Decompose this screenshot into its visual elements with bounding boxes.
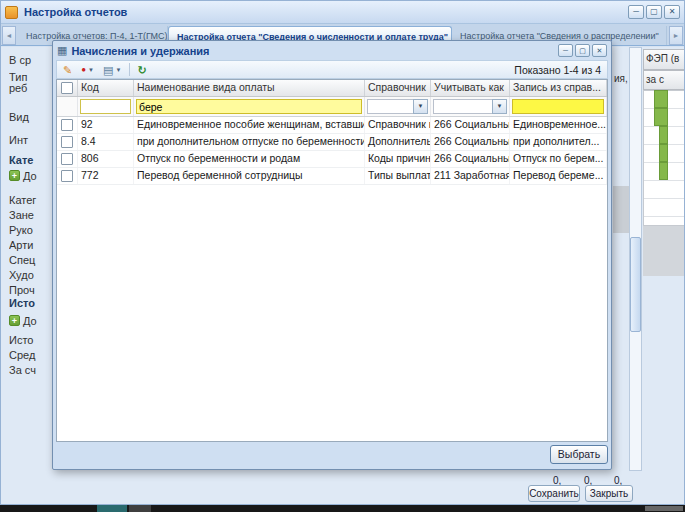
taskbar-item <box>97 505 127 512</box>
column-header-account[interactable]: Учитывать как <box>431 80 510 96</box>
form-label: В ср <box>9 54 53 67</box>
table-header: Код Наименование вида оплаты Справочник … <box>57 80 607 97</box>
form-label: Спец <box>9 254 53 267</box>
dialog-close-button[interactable]: ✕ <box>592 44 607 57</box>
cell-account: 266 Социальные ... <box>431 134 510 150</box>
save-button[interactable]: Сохранить <box>528 485 580 502</box>
filter-account-select[interactable]: ▼ <box>433 99 507 114</box>
add-link[interactable]: + До <box>9 169 53 182</box>
column-header-code[interactable]: Код <box>78 80 134 96</box>
form-label: реб <box>9 82 53 95</box>
export-button[interactable]: ▤ ▼ <box>99 62 125 78</box>
close-button[interactable]: ✕ <box>664 5 680 19</box>
form-label: Катег <box>9 194 53 207</box>
select-button[interactable]: Выбрать <box>550 445 608 464</box>
filter-row: ▼ ▼ <box>57 97 607 117</box>
scrollbar-thumb[interactable] <box>630 237 641 332</box>
form-label: Исто <box>9 334 53 347</box>
table-row[interactable]: 772 Перевод беременной сотрудницы Типы в… <box>57 168 607 185</box>
select-all-checkbox[interactable] <box>61 82 73 94</box>
dialog-minimize-button[interactable]: ─ <box>558 44 573 57</box>
row-checkbox[interactable] <box>61 119 73 131</box>
cell-reference: Дополнительные ... <box>365 134 431 150</box>
tab-scroll-left-button[interactable]: ◄ <box>2 26 16 45</box>
form-label: Руко <box>9 224 53 237</box>
edit-button[interactable]: ✎ <box>59 62 76 78</box>
dialog-footer: Выбрать <box>56 442 608 466</box>
cell-account: 266 Социальные ... <box>431 151 510 167</box>
cell-name: Перевод беременной сотрудницы <box>134 168 365 184</box>
dropdown-icon[interactable]: ▼ <box>492 99 507 114</box>
green-cell <box>654 108 668 126</box>
app-icon <box>5 6 18 19</box>
dialog-maximize-button[interactable]: ▢ <box>575 44 590 57</box>
form-label: Худо <box>9 269 53 282</box>
filter-account-input[interactable] <box>433 99 492 114</box>
section-label: Кате <box>9 154 53 167</box>
column-subheader: за с <box>643 70 684 90</box>
export-icon: ▤ <box>103 63 113 77</box>
form-label: Сред <box>9 349 53 362</box>
form-label: Зане <box>9 209 53 222</box>
add-link[interactable]: + До <box>9 314 53 327</box>
cell-record: при дополнител... <box>510 134 607 150</box>
cell-code: 772 <box>78 168 134 184</box>
green-cell <box>659 162 668 180</box>
cell-name: при дополнительном отпуске по беременнос… <box>134 134 365 150</box>
form-label: Арти <box>9 239 53 252</box>
tab-scroll-right-button[interactable]: ► <box>669 26 683 45</box>
refresh-button[interactable]: ↻ <box>133 62 150 78</box>
filter-record-input[interactable] <box>512 99 604 114</box>
cell-reference: Типы выплат по ... <box>365 168 431 184</box>
add-button[interactable]: ● ▼ <box>77 62 98 78</box>
toolbar-separator <box>129 63 130 76</box>
refresh-icon: ↻ <box>137 63 146 77</box>
form-label: За сч <box>9 364 53 377</box>
row-checkbox[interactable] <box>61 136 73 148</box>
cell-reference: Справочник вид... <box>365 117 431 133</box>
cell-record: Единовременное... <box>510 117 607 133</box>
cell-record: Отпуск по берем... <box>510 151 607 167</box>
cell-code: 806 <box>78 151 134 167</box>
accruals-dialog: ▦ Начисления и удержания ─ ▢ ✕ ✎ ● ▼ ▤ ▼… <box>52 40 612 470</box>
cell-code: 92 <box>78 117 134 133</box>
taskbar-item <box>129 505 151 512</box>
table-row[interactable]: 8.4 при дополнительном отпуске по береме… <box>57 134 607 151</box>
form-close-button[interactable]: Закрыть <box>585 485 633 502</box>
form-label: Инт <box>9 134 53 147</box>
row-checkbox[interactable] <box>61 153 73 165</box>
cell-account: 211 Заработная ... <box>431 168 510 184</box>
table-row[interactable]: 806 Отпуск по беременности и родам Коды … <box>57 151 607 168</box>
dialog-toolbar: ✎ ● ▼ ▤ ▼ ↻ Показано 1-4 из 4 <box>56 60 608 79</box>
maximize-button[interactable]: ▢ <box>646 5 662 19</box>
column-header-reference[interactable]: Справочник <box>365 80 431 96</box>
add-link-label: До <box>23 315 37 327</box>
green-cell <box>659 144 668 162</box>
background-panel <box>643 226 684 276</box>
cell-code: 8.4 <box>78 134 134 150</box>
filter-reference-input[interactable] <box>367 99 413 114</box>
minimize-button[interactable]: ─ <box>628 5 644 19</box>
dialog-title: Начисления и удержания <box>71 45 209 57</box>
background-panel <box>613 186 629 233</box>
filter-name-input[interactable] <box>136 99 362 114</box>
taskbar-item <box>645 506 683 511</box>
section-label: Исто <box>9 297 53 310</box>
window-titlebar: Настройка отчетов ─ ▢ ✕ <box>1 1 684 24</box>
row-checkbox[interactable] <box>61 170 73 182</box>
cell-reference: Коды причины н... <box>365 151 431 167</box>
column-header-name[interactable]: Наименование вида оплаты <box>134 80 365 96</box>
clipped-column-header: ия, <box>614 73 629 85</box>
column-header-record[interactable]: Запись из справ... <box>510 80 607 96</box>
green-cell <box>654 90 668 108</box>
vertical-scrollbar[interactable] <box>629 47 642 471</box>
taskbar <box>0 505 685 512</box>
grid-icon: ▦ <box>57 45 67 56</box>
cell-name: Отпуск по беременности и родам <box>134 151 365 167</box>
table-row[interactable]: 92 Единовременное пособие женщинам, вста… <box>57 117 607 134</box>
dialog-titlebar: ▦ Начисления и удержания ─ ▢ ✕ <box>53 41 611 60</box>
dropdown-icon[interactable]: ▼ <box>413 99 428 114</box>
filter-reference-select[interactable]: ▼ <box>367 99 428 114</box>
filter-code-input[interactable] <box>80 99 131 114</box>
add-icon: + <box>9 315 20 326</box>
